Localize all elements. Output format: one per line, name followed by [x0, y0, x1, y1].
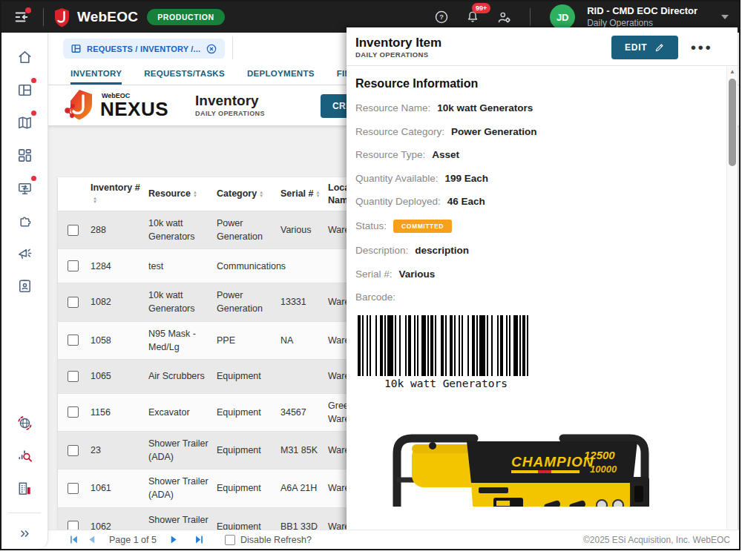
- table-cell: Excavator: [145, 401, 214, 424]
- table-cell: Equipment: [214, 476, 278, 500]
- sidebar-item-analytics[interactable]: [10, 441, 39, 470]
- sidebar-item-plugins[interactable]: [10, 206, 39, 234]
- user-admin-button[interactable]: [493, 6, 515, 28]
- page-indicator: Page 1 of 5: [109, 535, 157, 545]
- row-checkbox[interactable]: [68, 445, 79, 456]
- row-checkbox[interactable]: [68, 371, 79, 382]
- row-checkbox[interactable]: [68, 260, 79, 271]
- table-row[interactable]: 1284testCommunications4: [58, 249, 395, 283]
- table-row[interactable]: 28810k watt GeneratorsPower GenerationVa…: [58, 211, 395, 249]
- table-cell: 1058: [88, 329, 145, 352]
- column-header[interactable]: Serial #▲▼: [278, 183, 325, 204]
- column-label: Inventory #: [91, 182, 140, 193]
- row-checkbox[interactable]: [68, 225, 79, 236]
- sort-icon[interactable]: ▲▼: [193, 191, 197, 198]
- last-page-button[interactable]: [191, 533, 209, 547]
- next-page-button[interactable]: [165, 533, 183, 547]
- app-title: WebEOC: [77, 9, 138, 25]
- panel-scrollbar[interactable]: ▲ ▼: [726, 67, 738, 547]
- table-row[interactable]: 1156ExcavatorEquipment34567Greene St War…: [58, 394, 395, 432]
- person-gear-icon: [496, 10, 512, 25]
- sidebar-item-monitor[interactable]: [10, 174, 39, 202]
- row-checkbox[interactable]: [68, 297, 79, 308]
- row-checkbox[interactable]: [68, 406, 79, 418]
- tab-requests-tasks[interactable]: REQUESTS/TASKS: [144, 69, 225, 85]
- table-cell: Communications: [214, 254, 278, 278]
- detail-field: Quantity Available:199 Each: [355, 173, 722, 184]
- table-cell: 288: [88, 218, 145, 242]
- sort-icon[interactable]: ▲▼: [93, 197, 97, 204]
- help-button[interactable]: ?: [430, 6, 453, 28]
- breadcrumb[interactable]: REQUESTS / INVENTORY /...: [63, 39, 225, 59]
- notifications-button[interactable]: 99+: [462, 6, 484, 28]
- edit-button[interactable]: EDIT: [611, 36, 679, 59]
- sidebar-expand-button[interactable]: [10, 519, 39, 547]
- barcode-text: 10k watt Generators: [358, 378, 534, 389]
- field-label: Status:: [355, 220, 387, 231]
- table-row[interactable]: 1062Shower Trailer (ADA)EquipmentBB1 33D…: [58, 508, 395, 530]
- sidebar-item-home[interactable]: [10, 43, 39, 71]
- divider: [8, 513, 41, 513]
- user-menu-caret-icon[interactable]: [721, 15, 729, 19]
- breadcrumb-label: REQUESTS / INVENTORY /...: [87, 45, 200, 53]
- sidebar-item-contacts[interactable]: [10, 271, 39, 300]
- globe-icon: [16, 415, 33, 432]
- table-cell: Power Generation: [214, 283, 278, 320]
- scrollbar-thumb[interactable]: [729, 79, 736, 166]
- tab-deployments[interactable]: DEPLOYMENTS: [247, 69, 315, 85]
- table-row[interactable]: 1058N95 Mask - Med/LgPPENAWarehouse B1: [58, 322, 395, 360]
- sidebar-item-global[interactable]: [10, 409, 39, 437]
- brand-large-label: NEXUS: [100, 99, 168, 119]
- column-header[interactable]: Category▲▼: [214, 183, 278, 204]
- table-cell: Equipment: [214, 515, 278, 530]
- column-label: Category: [217, 188, 257, 199]
- close-icon[interactable]: [206, 43, 217, 55]
- sidebar-item-announcements[interactable]: [10, 239, 39, 267]
- detail-field: Status:COMMITTED: [355, 220, 722, 233]
- inventory-table-header: Inventory #▲▼Resource▲▼Category▲▼Serial …: [58, 177, 395, 211]
- column-header[interactable]: Resource▲▼: [145, 183, 214, 204]
- sidebar-item-organization[interactable]: [10, 474, 39, 502]
- tab-inventory[interactable]: INVENTORY: [70, 69, 122, 85]
- previous-page-button[interactable]: [82, 533, 100, 547]
- copyright-text: ©2025 ESi Acquisition, Inc. WebEOC: [583, 535, 730, 545]
- table-row[interactable]: 108210k watt GeneratorsPower Generation1…: [58, 283, 395, 321]
- user-info[interactable]: RID - CMD EOC Director Daily Operations: [587, 5, 697, 28]
- sort-icon[interactable]: ▲▼: [315, 191, 320, 198]
- board-subtitle: DAILY OPERATIONS: [195, 110, 265, 118]
- row-checkbox[interactable]: [68, 335, 79, 346]
- table-cell: [278, 261, 325, 271]
- help-icon: ?: [434, 10, 449, 24]
- scroll-up-arrow[interactable]: ▲: [727, 68, 738, 75]
- row-checkbox[interactable]: [68, 483, 79, 494]
- row-checkbox[interactable]: [68, 521, 79, 530]
- notification-count-badge: 99+: [472, 3, 490, 13]
- megaphone-icon: [16, 245, 33, 262]
- column-header[interactable]: Inventory #▲▼: [88, 177, 145, 211]
- collapse-menu-button[interactable]: [10, 6, 33, 28]
- disable-refresh-checkbox[interactable]: [225, 535, 235, 545]
- more-options-button[interactable]: ●●●: [690, 42, 712, 53]
- table-cell: 34567: [278, 401, 325, 424]
- detail-field: Serial #:Various: [355, 269, 722, 280]
- sidebar-item-dashboards[interactable]: [10, 141, 39, 169]
- table-cell: 1156: [88, 401, 145, 424]
- table-row[interactable]: 1061Shower Trailer (ADA)EquipmentA6A 21H…: [58, 470, 395, 507]
- chevrons-right-icon: [17, 526, 33, 541]
- table-cell: 1284: [88, 254, 145, 278]
- user-avatar[interactable]: JD: [550, 4, 575, 30]
- detail-panel: Inventory Item DAILY OPERATIONS EDIT ●●●…: [347, 27, 738, 547]
- table-cell: Air Scrubbers: [145, 364, 214, 388]
- first-page-button[interactable]: [65, 533, 82, 547]
- table-row[interactable]: 1065Air ScrubbersEquipmentWarehouse B1: [58, 360, 395, 394]
- sort-icon[interactable]: ▲▼: [259, 191, 263, 198]
- section-title: Resource Information: [355, 77, 722, 90]
- detail-field: Resource Category:Power Generation: [355, 126, 722, 137]
- sidebar-item-boards[interactable]: [10, 76, 39, 104]
- table-row[interactable]: 23Shower Trailer (ADA)EquipmentM31 85KWa…: [58, 432, 395, 470]
- divider: [530, 8, 531, 26]
- sidebar-item-maps[interactable]: [10, 108, 39, 136]
- dashboards-icon: [16, 147, 33, 164]
- contact-card-icon: [16, 277, 33, 294]
- detail-subtitle: DAILY OPERATIONS: [355, 50, 441, 59]
